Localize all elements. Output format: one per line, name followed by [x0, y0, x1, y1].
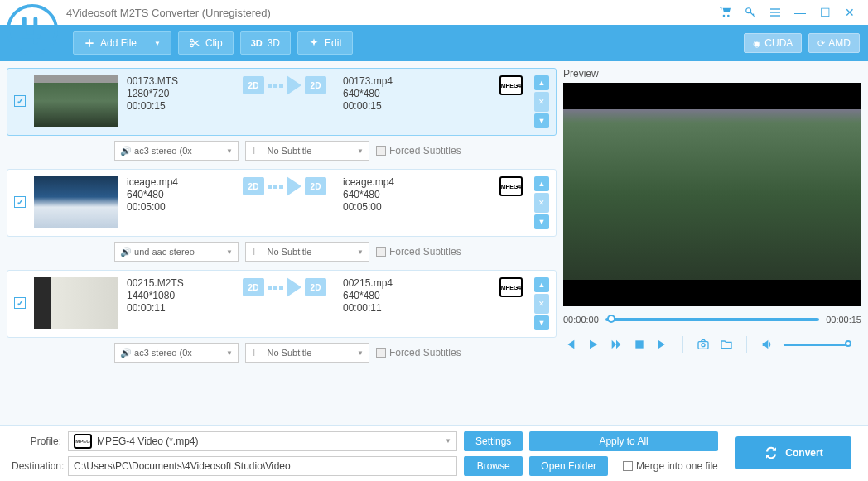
add-file-button[interactable]: Add File [73, 31, 171, 55]
thumbnail [34, 277, 118, 329]
subtitle-select[interactable]: T No Subtitle [245, 343, 369, 363]
dest-info: 00215.mp4640*48000:00:11 [343, 277, 442, 314]
play-icon[interactable] [586, 338, 600, 351]
window-title: 4Videosoft M2TS Converter (Unregistered) [66, 7, 271, 19]
volume-slider[interactable] [784, 344, 850, 346]
forced-subtitles-checkbox[interactable]: Forced Subtitles [376, 246, 461, 257]
titlebar: 4Videosoft M2TS Converter (Unregistered)… [0, 0, 868, 25]
file-item[interactable]: 00215.M2TS1440*108000:00:11 2D 2D 00215.… [7, 270, 557, 338]
clip-button[interactable]: Clip [178, 31, 234, 55]
svg-rect-7 [635, 340, 643, 348]
preview-panel: Preview 00:00:00 00:00:15 [563, 68, 861, 418]
toolbar: Add File Clip 3D3D Edit ◉ CUDA ⟳ AMD [0, 25, 868, 61]
open-folder-button[interactable]: Open Folder [529, 456, 608, 476]
source-info: iceage.mp4640*48000:05:00 [127, 176, 226, 213]
remove-button[interactable]: ✕ [534, 193, 549, 213]
svg-point-0 [8, 6, 56, 54]
move-down-button[interactable]: ▼ [534, 113, 549, 128]
format-icon: MPEG4 [499, 75, 523, 95]
minimize-button[interactable]: — [790, 2, 810, 22]
remove-button[interactable]: ✕ [534, 92, 549, 112]
amd-button[interactable]: ⟳ AMD [808, 33, 860, 53]
fastforward-icon[interactable] [610, 338, 623, 351]
move-up-button[interactable]: ▲ [534, 176, 549, 191]
forced-subtitles-checkbox[interactable]: Forced Subtitles [376, 145, 461, 156]
source-info: 00215.M2TS1440*108000:00:11 [127, 277, 226, 314]
audio-select[interactable]: 🔊 und aac stereo [114, 242, 239, 262]
svg-point-1 [746, 8, 751, 13]
edit-button[interactable]: Edit [297, 31, 353, 55]
close-button[interactable]: ✕ [840, 2, 860, 22]
menu-icon[interactable] [765, 2, 785, 22]
apply-all-button[interactable]: Apply to All [529, 431, 717, 451]
mpeg-icon: MPEG [74, 434, 92, 449]
remove-button[interactable]: ✕ [534, 294, 549, 314]
app-logo [7, 4, 58, 55]
conversion-arrow: 2D 2D [243, 75, 326, 95]
svg-rect-8 [698, 342, 708, 349]
format-icon: MPEG4 [499, 176, 523, 196]
destination-input[interactable] [68, 456, 457, 476]
conversion-arrow: 2D 2D [243, 176, 326, 196]
svg-rect-3 [770, 12, 780, 12]
format-icon: MPEG4 [499, 277, 523, 297]
item-checkbox[interactable] [14, 297, 26, 309]
3d-button[interactable]: 3D3D [240, 31, 291, 55]
file-list: 00173.MTS1280*72000:00:15 2D 2D 00173.mp… [7, 68, 557, 418]
subtitle-select[interactable]: T No Subtitle [245, 242, 369, 262]
svg-point-9 [702, 344, 705, 347]
profile-select[interactable]: MPEG MPEG-4 Video (*.mp4) [68, 431, 457, 451]
merge-checkbox[interactable]: Merge into one file [623, 460, 718, 472]
convert-button[interactable]: Convert [735, 436, 851, 469]
dest-info: 00173.mp4640*48000:00:15 [343, 75, 442, 112]
snapshot-icon[interactable] [697, 338, 710, 351]
forced-subtitles-checkbox[interactable]: Forced Subtitles [376, 347, 461, 358]
item-checkbox[interactable] [14, 196, 26, 208]
seek-slider[interactable] [605, 318, 819, 321]
item-checkbox[interactable] [14, 95, 26, 107]
preview-video[interactable] [563, 83, 861, 306]
profile-label: Profile: [12, 435, 61, 447]
source-info: 00173.MTS1280*72000:00:15 [127, 75, 226, 112]
bottom-bar: Profile: MPEG MPEG-4 Video (*.mp4) Setti… [0, 425, 868, 481]
cart-icon[interactable] [716, 2, 735, 22]
thumbnail [34, 75, 118, 127]
preview-label: Preview [563, 68, 861, 79]
volume-icon[interactable] [760, 338, 774, 351]
thumbnail [34, 176, 118, 228]
audio-select[interactable]: 🔊 ac3 stereo (0x [114, 343, 239, 363]
svg-point-5 [190, 39, 194, 42]
cuda-button[interactable]: ◉ CUDA [744, 33, 802, 53]
subtitle-select[interactable]: T No Subtitle [245, 141, 369, 161]
time-total: 00:00:15 [826, 315, 861, 325]
file-item[interactable]: iceage.mp4640*48000:05:00 2D 2D iceage.m… [7, 169, 557, 237]
key-icon[interactable] [740, 2, 760, 22]
move-up-button[interactable]: ▲ [534, 75, 549, 90]
prev-icon[interactable] [563, 338, 576, 351]
svg-point-6 [190, 44, 194, 47]
svg-rect-4 [770, 15, 780, 16]
next-icon[interactable] [656, 338, 669, 351]
folder-icon[interactable] [720, 338, 733, 351]
move-down-button[interactable]: ▼ [534, 315, 549, 330]
file-item[interactable]: 00173.MTS1280*72000:00:15 2D 2D 00173.mp… [7, 68, 557, 136]
conversion-arrow: 2D 2D [243, 277, 326, 297]
settings-button[interactable]: Settings [464, 431, 523, 451]
svg-rect-2 [770, 8, 780, 9]
move-up-button[interactable]: ▲ [534, 277, 549, 292]
maximize-button[interactable]: ☐ [815, 2, 835, 22]
browse-button[interactable]: Browse [464, 456, 523, 476]
destination-label: Destination: [12, 460, 61, 472]
time-current: 00:00:00 [563, 315, 599, 325]
audio-select[interactable]: 🔊 ac3 stereo (0x [114, 141, 239, 161]
dest-info: iceage.mp4640*48000:05:00 [343, 176, 442, 213]
stop-icon[interactable] [633, 338, 646, 351]
move-down-button[interactable]: ▼ [534, 214, 549, 229]
